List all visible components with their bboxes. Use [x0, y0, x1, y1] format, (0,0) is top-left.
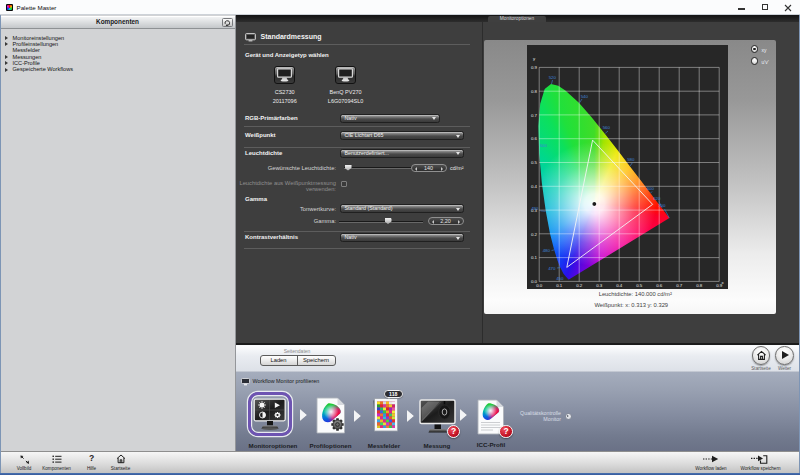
svg-text:0.9: 0.9 [531, 65, 538, 70]
svg-text:0.7: 0.7 [531, 112, 538, 117]
svg-text:450: 450 [556, 275, 564, 280]
svg-text:600: 600 [646, 185, 654, 190]
svg-text:700: 700 [658, 203, 666, 208]
svg-text:0.4: 0.4 [616, 283, 623, 288]
svg-text:0.7: 0.7 [676, 283, 683, 288]
svg-text:0.5: 0.5 [636, 283, 643, 288]
svg-text:540: 540 [580, 94, 588, 99]
svg-text:490: 490 [531, 205, 539, 210]
svg-text:0.5: 0.5 [531, 160, 538, 165]
svg-text:0.4: 0.4 [531, 184, 538, 189]
svg-text:560: 560 [602, 125, 610, 130]
svg-text:y: y [533, 55, 536, 60]
svg-text:0.6: 0.6 [656, 283, 663, 288]
svg-text:470: 470 [548, 265, 556, 270]
svg-text:x: x [721, 279, 724, 284]
svg-text:0.0: 0.0 [536, 283, 543, 288]
svg-text:0.0: 0.0 [531, 279, 538, 284]
svg-text:0.2: 0.2 [531, 231, 538, 236]
svg-text:500: 500 [539, 143, 547, 148]
svg-text:520: 520 [548, 75, 556, 80]
svg-text:0.8: 0.8 [696, 283, 703, 288]
svg-text:0.2: 0.2 [576, 283, 583, 288]
svg-text:0.1: 0.1 [531, 255, 538, 260]
svg-text:0.3: 0.3 [596, 283, 603, 288]
svg-text:480: 480 [542, 248, 550, 253]
svg-text:580: 580 [627, 156, 635, 161]
svg-text:620: 620 [653, 195, 661, 200]
svg-text:0.8: 0.8 [531, 88, 538, 93]
svg-text:0.6: 0.6 [531, 136, 538, 141]
svg-text:0.1: 0.1 [556, 283, 563, 288]
